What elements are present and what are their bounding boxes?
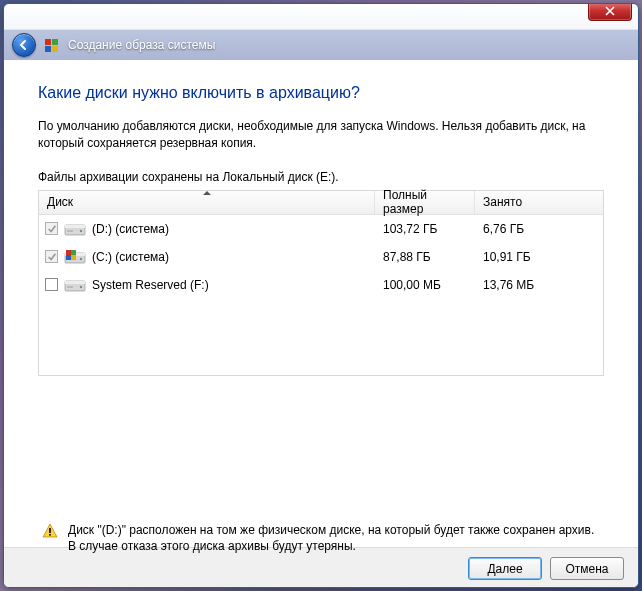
- drive-label: System Reserved (F:): [92, 278, 209, 292]
- content-area: Какие диски нужно включить в архивацию? …: [4, 60, 638, 547]
- cell-used: 13,76 МБ: [475, 278, 603, 292]
- row-checkbox[interactable]: [45, 278, 58, 291]
- cell-disk: (C:) (система): [39, 249, 375, 265]
- drive-label: (D:) (система): [92, 222, 169, 236]
- disks-table: Диск Полный размер Занято (D:) (система)…: [38, 190, 604, 376]
- table-row[interactable]: (C:) (система)87,88 ГБ10,91 ГБ: [39, 243, 603, 271]
- drive-icon: [64, 221, 86, 237]
- drive-windows-icon: [64, 249, 86, 265]
- next-button[interactable]: Далее: [468, 557, 542, 580]
- back-button[interactable]: [12, 33, 36, 57]
- drive-icon: [64, 277, 86, 293]
- check-icon: [47, 252, 57, 262]
- table-header: Диск Полный размер Занято: [39, 191, 603, 215]
- windows-flag-icon: [44, 37, 60, 53]
- col-header-disk[interactable]: Диск: [39, 191, 375, 214]
- cell-used: 6,76 ГБ: [475, 222, 603, 236]
- arrow-left-icon: [18, 39, 30, 51]
- row-checkbox: [45, 250, 58, 263]
- row-checkbox: [45, 222, 58, 235]
- table-row[interactable]: (D:) (система)103,72 ГБ6,76 ГБ: [39, 215, 603, 243]
- cancel-button[interactable]: Отмена: [550, 557, 624, 580]
- cell-size: 87,88 ГБ: [375, 250, 475, 264]
- cell-size: 100,00 МБ: [375, 278, 475, 292]
- warning-area: Диск "(D:)" расположен на том же физичес…: [38, 522, 604, 556]
- check-icon: [47, 224, 57, 234]
- close-icon: [605, 6, 615, 16]
- col-header-used[interactable]: Занято: [475, 191, 603, 214]
- col-header-size[interactable]: Полный размер: [375, 191, 475, 214]
- page-description: По умолчанию добавляются диски, необходи…: [38, 118, 604, 152]
- cell-used: 10,91 ГБ: [475, 250, 603, 264]
- warning-icon: [42, 523, 58, 539]
- wizard-window: Создание образа системы Какие диски нужн…: [3, 3, 639, 588]
- col-header-disk-label: Диск: [47, 195, 73, 209]
- cell-size: 103,72 ГБ: [375, 222, 475, 236]
- sort-indicator-icon: [203, 191, 211, 195]
- navbar: Создание образа системы: [4, 30, 638, 60]
- window-title: Создание образа системы: [68, 38, 215, 52]
- titlebar[interactable]: [4, 4, 638, 30]
- drive-label: (C:) (система): [92, 250, 169, 264]
- close-button[interactable]: [588, 3, 632, 21]
- warning-text: Диск "(D:)" расположен на том же физичес…: [68, 522, 600, 556]
- table-row[interactable]: System Reserved (F:)100,00 МБ13,76 МБ: [39, 271, 603, 299]
- save-location-text: Файлы архивации сохранены на Локальный д…: [38, 170, 604, 184]
- cell-disk: (D:) (система): [39, 221, 375, 237]
- cell-disk: System Reserved (F:): [39, 277, 375, 293]
- page-heading: Какие диски нужно включить в архивацию?: [38, 84, 604, 102]
- table-body: (D:) (система)103,72 ГБ6,76 ГБ(C:) (сист…: [39, 215, 603, 375]
